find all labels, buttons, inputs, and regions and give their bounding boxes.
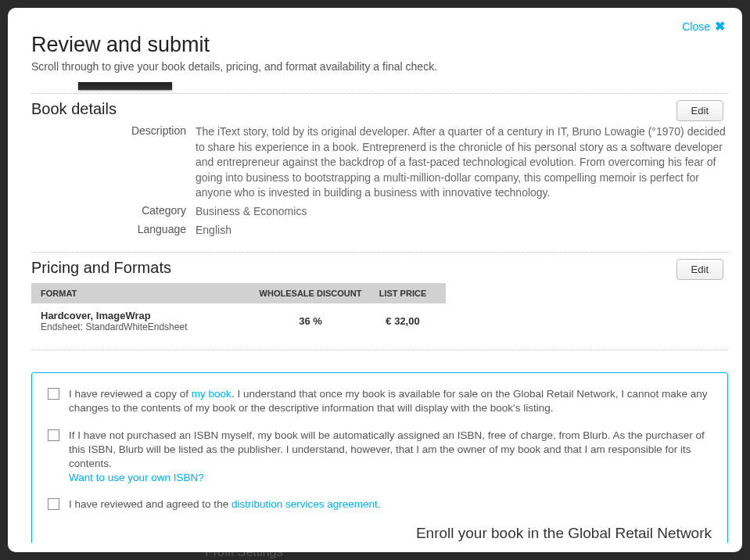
review-submit-modal: Close ✖ Review and submit Scroll through… [8,8,742,552]
distribution-agreement-link[interactable]: distribution services agreement [231,498,378,510]
agreement-checkbox-3[interactable] [48,498,59,510]
description-label: Description [31,124,196,201]
agreement-row-1: I have reviewed a copy of my book. I und… [48,387,712,415]
col-discount-header: WHOLESALE DISCOUNT [252,289,369,298]
agreement-checkbox-1[interactable] [48,388,59,400]
col-format-header: FORMAT [41,289,252,298]
language-value: English [196,223,231,239]
discount-value: 36 % [252,315,369,327]
category-value: Business & Economics [196,204,307,220]
book-details-heading: Book details [31,100,728,118]
pricing-heading: Pricing and Formats [31,259,728,277]
agreement-checkbox-2[interactable] [48,429,59,441]
close-button[interactable]: Close ✖ [682,19,725,34]
agreement-row-3: I have reviewed and agreed to the distri… [48,497,712,512]
enroll-title: Enroll your book in the Global Retail Ne… [48,525,712,542]
modal-subtitle: Scroll through to give your book details… [31,60,733,73]
modal-scroll-area[interactable]: Book details Edit Description The iText … [31,82,733,543]
close-label: Close [682,20,710,33]
description-value: The iText story, told by its original de… [196,124,728,201]
edit-pricing-button[interactable]: Edit [676,259,723,280]
my-book-link[interactable]: my book [192,388,231,400]
pricing-table-header: FORMAT WHOLESALE DISCOUNT LIST PRICE [31,283,446,303]
col-price-header: LIST PRICE [369,289,436,298]
agreement-row-2: If I have not purchased an ISBN myself, … [48,429,712,486]
format-sub: Endsheet: StandardWhiteEndsheet [41,321,252,332]
agreement3-text-a: I have reviewed and agreed to the [69,498,231,510]
own-isbn-link[interactable]: Want to use your own ISBN? [69,472,204,483]
category-label: Category [31,204,196,220]
agreement1-text-a: I have reviewed a copy of [69,388,192,400]
book-cover-thumbnail [78,82,172,90]
close-icon: ✖ [715,19,725,34]
modal-title: Review and submit [31,33,733,57]
language-label: Language [31,223,196,239]
edit-book-details-button[interactable]: Edit [676,100,723,121]
book-details-section: Book details Edit Description The iText … [31,93,728,253]
price-value: € 32,00 [369,315,436,327]
format-name: Hardcover, ImageWrap [41,310,252,321]
table-row: Hardcover, ImageWrap Endsheet: StandardW… [31,303,446,339]
agreements-box: I have reviewed a copy of my book. I und… [31,372,728,543]
agreement3-text-b: . [378,498,381,510]
agreement2-text-a: If I have not purchased an ISBN myself, … [69,429,705,469]
pricing-table: FORMAT WHOLESALE DISCOUNT LIST PRICE Har… [31,283,446,339]
pricing-formats-section: Pricing and Formats Edit FORMAT WHOLESAL… [31,253,728,350]
